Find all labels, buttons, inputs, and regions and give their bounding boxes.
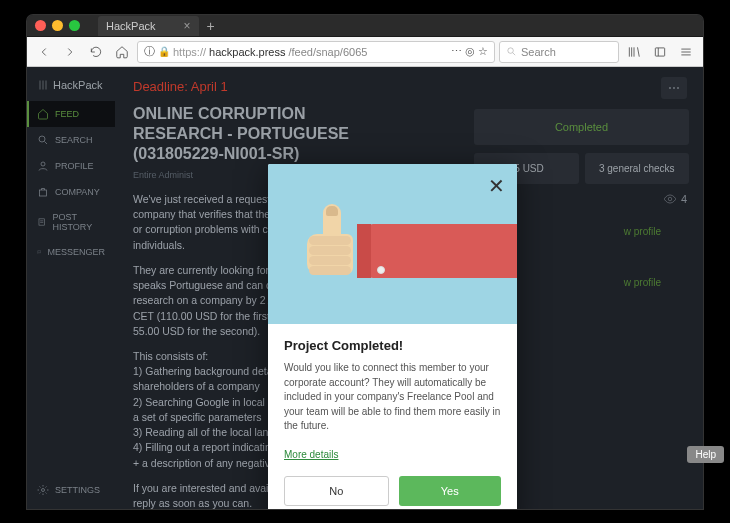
menu-button[interactable] [675, 41, 697, 63]
window-minimize-icon[interactable] [52, 20, 63, 31]
sidebar-item-label: SETTINGS [55, 485, 100, 495]
thumbs-up-icon [303, 194, 483, 294]
sidebar-item-messenger[interactable]: MESSENGER [27, 239, 115, 265]
sidebar-item-label: MESSENGER [47, 247, 105, 257]
home-button[interactable] [111, 41, 133, 63]
forward-button[interactable] [59, 41, 81, 63]
svg-point-0 [508, 48, 513, 54]
browser-window: HackPack × + ⓘ 🔒 https://hackpack.press/… [27, 15, 703, 509]
browser-toolbar: ⓘ 🔒 https://hackpack.press/feed/snap/606… [27, 37, 703, 67]
yes-button[interactable]: Yes [399, 476, 502, 506]
sidebar-item-post-history[interactable]: POST HISTORY [27, 205, 115, 239]
url-path: /feed/snap/6065 [288, 46, 367, 58]
svg-rect-4 [40, 190, 47, 196]
post-menu-button[interactable]: ⋯ [661, 77, 687, 99]
search-placeholder: Search [521, 46, 556, 58]
checks-cell: 3 general checks [585, 153, 690, 184]
svg-point-7 [668, 197, 672, 201]
app-brand[interactable]: HackPack [27, 75, 115, 101]
sidebar-item-search[interactable]: SEARCH [27, 127, 115, 153]
url-protocol: https:// [173, 46, 206, 58]
browser-tab[interactable]: HackPack × [98, 16, 199, 36]
sidebar-item-company[interactable]: COMPANY [27, 179, 115, 205]
bookmark-icon[interactable]: ☆ [478, 45, 488, 58]
reader-mode-icon[interactable]: ⋯ [451, 45, 462, 58]
status-badge: Completed [474, 109, 689, 145]
svg-point-3 [41, 162, 45, 166]
modal-text: Would you like to connect this member to… [284, 361, 501, 434]
modal-hero: ✕ [268, 164, 517, 324]
app-sidebar: HackPack FEED SEARCH PROFILE COMPANY POS… [27, 67, 115, 509]
sidebar-button[interactable] [649, 41, 671, 63]
sidebar-item-label: SEARCH [55, 135, 93, 145]
tab-title: HackPack [106, 20, 156, 32]
svg-point-6 [42, 489, 45, 492]
url-host: hackpack.press [209, 46, 285, 58]
tab-close-icon[interactable]: × [184, 19, 191, 33]
svg-rect-5 [39, 219, 45, 225]
search-box[interactable]: Search [499, 41, 619, 63]
window-zoom-icon[interactable] [69, 20, 80, 31]
reload-button[interactable] [85, 41, 107, 63]
sidebar-item-profile[interactable]: PROFILE [27, 153, 115, 179]
sidebar-item-feed[interactable]: FEED [27, 101, 115, 127]
window-titlebar: HackPack × + [27, 15, 703, 37]
more-details-link[interactable]: More details [284, 449, 338, 460]
window-close-icon[interactable] [35, 20, 46, 31]
library-button[interactable] [623, 41, 645, 63]
svg-point-2 [39, 136, 45, 142]
sidebar-item-label: PROFILE [55, 161, 94, 171]
sidebar-item-label: COMPANY [55, 187, 100, 197]
sidebar-item-label: FEED [55, 109, 79, 119]
deadline-label: Deadline: April 1 [133, 79, 685, 94]
sidebar-item-label: POST HISTORY [52, 212, 105, 232]
back-button[interactable] [33, 41, 55, 63]
eye-icon [663, 192, 677, 206]
lock-icon[interactable]: 🔒 [158, 46, 170, 57]
url-bar[interactable]: ⓘ 🔒 https://hackpack.press/feed/snap/606… [137, 41, 495, 63]
close-icon[interactable]: ✕ [488, 174, 505, 198]
new-tab-button[interactable]: + [207, 18, 215, 34]
modal-title: Project Completed! [284, 338, 501, 353]
svg-rect-1 [655, 47, 664, 55]
no-button[interactable]: No [284, 476, 389, 506]
sidebar-item-settings[interactable]: SETTINGS [27, 477, 110, 503]
project-completed-modal: ✕ Project Completed! Would you like to c… [268, 164, 517, 509]
help-chip[interactable]: Help [687, 446, 724, 463]
post-title: ONLINE CORRUPTION RESEARCH - PORTUGUESE … [133, 104, 363, 164]
site-info-icon[interactable]: ⓘ [144, 44, 155, 59]
pocket-icon[interactable]: ◎ [465, 45, 475, 58]
